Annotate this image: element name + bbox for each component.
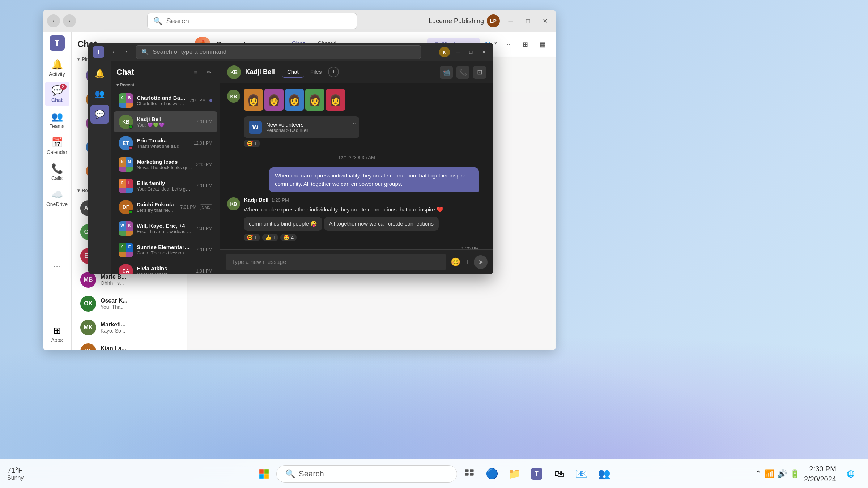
fg-attach-btn[interactable]: +	[465, 257, 469, 267]
msg-timestamp-right: 1:20 PM	[227, 246, 479, 249]
msg-sent-bubble: When one can express individuality they …	[269, 167, 479, 192]
fg-rail-teams[interactable]: 👥	[90, 85, 109, 103]
avatar-container: KB	[119, 115, 133, 129]
reaction-chip[interactable]: 🥰 1	[244, 140, 260, 147]
bg-rail-calls[interactable]: 📞 Calls	[45, 160, 69, 184]
bg-rail-calendar[interactable]: 📅 Calendar	[45, 134, 69, 158]
msg-image: 👩	[244, 89, 263, 111]
fg-nav-forward[interactable]: ›	[121, 46, 132, 58]
fg-video-call-btn[interactable]: 📹	[440, 66, 453, 79]
bg-view-btn[interactable]: ⊞	[519, 38, 532, 51]
bg-rail-chat[interactable]: 💬 Chat 2	[45, 82, 69, 106]
taskbar-search-bar[interactable]: 🔍 Search	[276, 465, 457, 483]
bg-more-btn[interactable]: ···	[501, 38, 514, 51]
fg-contact-name: Kadji Bell	[245, 68, 275, 76]
msg-file-name: New volunteers	[266, 121, 309, 128]
list-item[interactable]: ET Eric Tanaka That's what she said 12:0…	[114, 133, 217, 154]
fg-rail-activity[interactable]: 🔔	[90, 64, 109, 83]
reaction-chip[interactable]: 🤩 4	[280, 234, 297, 241]
chevron-up-icon[interactable]: ⌃	[755, 469, 762, 479]
fg-close-btn[interactable]: ✕	[479, 47, 489, 57]
fg-more-btn[interactable]: ···	[425, 46, 436, 58]
taskbar-explorer-btn[interactable]: 📁	[504, 464, 524, 484]
chat-item-info: Ellis family You: Great idea! Let's go a…	[137, 180, 192, 192]
bg-nav-back[interactable]: ‹	[47, 14, 60, 27]
taskbar-clock[interactable]: 2:30 PM 2/20/2024	[804, 464, 836, 484]
fg-chat-panel: Chat ≡ ✏ ▾ Recent C B	[111, 61, 220, 274]
fg-search-icon: 🔍	[141, 48, 149, 56]
bg-rail-onedrive[interactable]: ☁️ OneDrive	[45, 186, 69, 210]
taskbar-teams2-btn[interactable]: 👥	[594, 464, 614, 484]
online-status	[129, 210, 133, 214]
bg-maximize-btn[interactable]: □	[522, 14, 535, 27]
fg-minimize-btn[interactable]: ─	[453, 47, 463, 57]
weather-widget: 71°F Sunny	[7, 466, 24, 481]
bg-layout-btn[interactable]: ▦	[536, 38, 549, 51]
bg-search-bar[interactable]: 🔍 Search	[147, 13, 357, 29]
svg-rect-0	[259, 469, 264, 474]
taskbar-store-btn[interactable]: 🛍	[549, 464, 569, 484]
list-item[interactable]: OK Oscar K... You: Tha...	[75, 292, 184, 315]
fg-tab-chat[interactable]: Chat	[282, 67, 304, 78]
fg-maximize-btn[interactable]: □	[466, 47, 476, 57]
fg-rail-chat[interactable]: 💬	[90, 105, 109, 124]
fg-message-input[interactable]: Type a new message	[226, 254, 446, 270]
network-icon[interactable]: 📶	[765, 469, 774, 479]
fg-nav-back[interactable]: ‹	[108, 46, 119, 58]
fg-tab-files[interactable]: Files	[305, 67, 327, 78]
bg-rail-apps[interactable]: ⊞ Apps	[45, 322, 69, 346]
fg-titlebar-right: ··· K ─ □ ✕	[425, 46, 489, 58]
bg-close-btn[interactable]: ✕	[539, 14, 552, 27]
fg-send-btn[interactable]: ➤	[474, 255, 488, 269]
list-item[interactable]: S E Sunrise Elementary Volunteers Oona: …	[114, 239, 217, 260]
weather-desc: Sunny	[7, 475, 24, 481]
taskbar-outlook-btn[interactable]: 📧	[571, 464, 592, 484]
taskbar-teams-btn[interactable]: T	[527, 464, 547, 484]
msg-bubble-2: communities bind people 🤪	[244, 217, 322, 231]
bg-rail-teams[interactable]: 👥 Teams	[45, 108, 69, 132]
list-item[interactable]: KL Kian La... Have yo...	[75, 340, 184, 350]
list-item[interactable]: W K Will, Kayo, Eric, +4 Eric: I have a …	[114, 218, 217, 239]
avatar-container: E L	[119, 179, 133, 193]
battery-icon[interactable]: 🔋	[790, 469, 800, 479]
fg-user-avatar: K	[439, 47, 450, 57]
msg-file-card[interactable]: W New volunteers Personal > KadjiBell ··…	[244, 116, 359, 138]
bg-user-chip[interactable]: Lucerne Publishing LP	[429, 14, 500, 27]
volume-icon[interactable]: 🔊	[777, 469, 787, 479]
fg-messages-area: KB Kadji Bell Chat Files + 📹 📞 ⊡ KB	[220, 61, 493, 274]
msg-images: 👩 👩 👩 👩 👩	[244, 89, 345, 111]
svg-rect-6	[465, 473, 469, 475]
msg-file-more-btn[interactable]: ···	[351, 120, 356, 127]
bg-rail-activity[interactable]: 🔔 Activity	[45, 56, 69, 80]
list-item[interactable]: N M Marketing leads Nova: The deck looks…	[114, 154, 217, 175]
fg-search-bar[interactable]: 🔍 Search or type a command	[136, 45, 421, 59]
taskbar-start-btn[interactable]	[254, 464, 274, 484]
bg-minimize-btn[interactable]: ─	[504, 14, 517, 27]
list-item[interactable]: KB Kadji Bell You: 💜💚💜 7:01 PM	[114, 111, 217, 132]
list-item[interactable]: EA Elvia Atkins Meet you there! 1:01 PM	[114, 261, 217, 274]
fg-emoji-btn[interactable]: 😊	[451, 257, 460, 267]
bg-nav-forward[interactable]: ›	[63, 14, 76, 27]
reaction-chip[interactable]: 🥰 1	[244, 234, 260, 241]
fg-compose-btn[interactable]: ✏	[203, 67, 214, 78]
fg-composer: Type a new message 😊 + ➤	[220, 249, 493, 274]
fg-chat-header: Chat ≡ ✏	[111, 61, 220, 81]
list-item[interactable]: C B Charlotte and Babak Charlotte: Let u…	[114, 90, 217, 111]
reaction-chip[interactable]: 👍 1	[262, 234, 278, 241]
fg-add-tab-btn[interactable]: +	[328, 67, 339, 77]
msg-image: 👩	[285, 89, 304, 111]
fg-chat-title: Chat	[116, 68, 134, 77]
list-item[interactable]: DF Daichi Fukuda Let's try that new plac…	[114, 197, 217, 218]
taskbar-taskview-btn[interactable]	[459, 464, 480, 484]
fg-more-options-btn[interactable]: ⊡	[473, 66, 486, 79]
msg-file-sub: Personal > KadjiBell	[266, 128, 309, 133]
fg-filter-btn[interactable]: ≡	[190, 67, 201, 78]
bg-rail-more[interactable]: ···	[54, 261, 60, 271]
list-item[interactable]: E L Ellis family You: Great idea! Let's …	[114, 175, 217, 196]
taskbar-edge-btn[interactable]: 🔵	[482, 464, 502, 484]
list-item[interactable]: MK Marketi... Kayo: So...	[75, 316, 184, 339]
fg-phone-call-btn[interactable]: 📞	[456, 66, 469, 79]
current-time: 2:30 PM	[804, 464, 836, 474]
fg-chat-header-icons: ≡ ✏	[190, 67, 214, 78]
notification-btn[interactable]: 🌐	[841, 464, 861, 484]
